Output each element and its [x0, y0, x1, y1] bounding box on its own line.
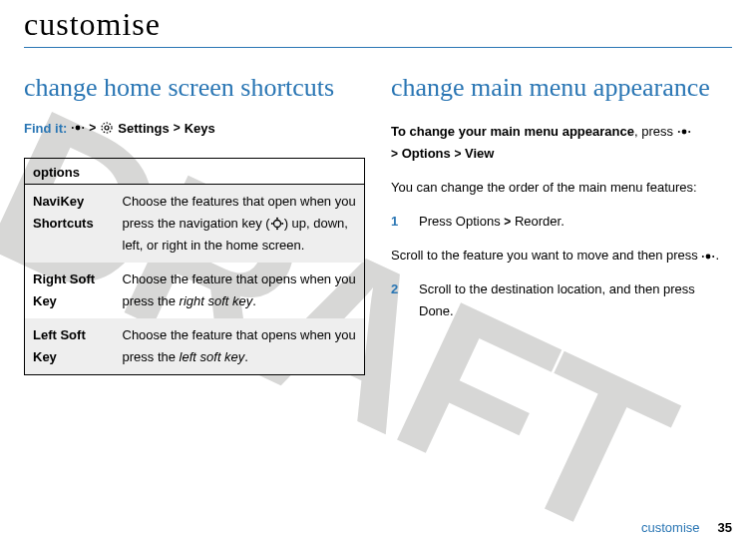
body-paragraph: You can change the order of the main men… — [391, 177, 732, 199]
left-column: change home screen shortcuts Find it: > … — [24, 74, 365, 375]
nav-key-icon — [270, 217, 284, 231]
svg-point-12 — [688, 131, 690, 133]
path-sep: > — [391, 147, 398, 161]
menu-done: Done — [419, 303, 450, 318]
menu-options: Options — [456, 214, 501, 229]
body-text-before: Scroll to the feature you want to move a… — [391, 248, 701, 263]
page-title: customise — [24, 6, 732, 45]
svg-point-11 — [677, 131, 679, 133]
svg-point-6 — [270, 223, 272, 225]
table-row: NaviKey Shortcuts Choose the features th… — [25, 184, 365, 263]
lead-strong: To change your main menu appearance — [391, 124, 634, 139]
step-number: 1 — [391, 211, 403, 233]
option-desc: Choose the features that open when you p… — [115, 184, 365, 263]
svg-point-9 — [276, 228, 278, 230]
path-view: View — [465, 146, 494, 161]
menu-reorder: Reorder — [515, 214, 561, 229]
table-row: Right Soft Key Choose the feature that o… — [25, 263, 365, 318]
center-key-icon — [71, 122, 85, 134]
body-paragraph: Scroll to the feature you want to move a… — [391, 245, 732, 267]
step-1: 1 Press Options > Reorder. — [391, 211, 732, 233]
path-options: Options — [402, 146, 451, 161]
step-number: 2 — [391, 278, 403, 322]
path-sep: > — [504, 215, 511, 229]
find-it-path: Find it: > Settings > Keys — [24, 121, 365, 136]
title-rule — [24, 47, 732, 48]
svg-point-1 — [72, 127, 74, 129]
step-text-before: Scroll to the destination location, and … — [419, 281, 695, 296]
step-text: Press Options > Reorder. — [419, 211, 565, 233]
svg-point-2 — [83, 127, 85, 129]
find-it-label: Find it: — [24, 121, 67, 136]
center-key-icon — [701, 251, 715, 263]
gear-icon — [100, 121, 114, 135]
svg-point-13 — [706, 254, 711, 259]
table-row: Left Soft Key Choose the feature that op… — [25, 318, 365, 375]
svg-point-5 — [273, 221, 280, 228]
desc-text-ital: left soft key — [180, 349, 245, 364]
footer-section-label: customise — [641, 520, 700, 535]
page-footer: customise 35 — [641, 520, 732, 535]
options-table: options NaviKey Shortcuts Choose the fea… — [24, 158, 365, 376]
option-name: Right Soft Key — [25, 263, 115, 318]
svg-point-7 — [281, 223, 283, 225]
path-settings: Settings — [118, 121, 169, 136]
desc-text-after: . — [244, 349, 248, 364]
option-desc: Choose the feature that opens when you p… — [115, 318, 365, 375]
path-sep: > — [89, 121, 96, 135]
two-column-layout: change home screen shortcuts Find it: > … — [24, 74, 732, 375]
step-text: Scroll to the destination location, and … — [419, 278, 732, 322]
step-text-before: Press — [419, 214, 456, 229]
lead-paragraph: To change your main menu appearance, pre… — [391, 121, 732, 165]
step-2: 2 Scroll to the destination location, an… — [391, 278, 732, 322]
right-column: change main menu appearance To change yo… — [391, 74, 732, 375]
path-sep: > — [174, 121, 181, 135]
option-name: NaviKey Shortcuts — [25, 184, 115, 263]
section-title-mainmenu: change main menu appearance — [391, 74, 732, 103]
svg-point-8 — [276, 218, 278, 220]
step-text-after: . — [450, 303, 454, 318]
lead-after: , press — [634, 124, 677, 139]
body-text-after: . — [715, 248, 719, 263]
footer-page-number: 35 — [718, 520, 732, 535]
desc-text-after: . — [252, 293, 256, 308]
svg-point-0 — [76, 126, 81, 131]
path-keys: Keys — [185, 121, 215, 136]
section-title-shortcuts: change home screen shortcuts — [24, 74, 365, 103]
options-table-header: options — [25, 158, 365, 184]
desc-text-ital: right soft key — [180, 293, 253, 308]
svg-point-10 — [681, 130, 686, 135]
svg-point-4 — [102, 123, 112, 133]
svg-point-14 — [702, 256, 704, 258]
option-name: Left Soft Key — [25, 318, 115, 375]
path-sep: > — [454, 147, 461, 161]
center-key-icon — [677, 126, 691, 138]
option-desc: Choose the feature that opens when you p… — [115, 263, 365, 318]
svg-point-3 — [105, 126, 109, 130]
step-text-after: . — [561, 214, 565, 229]
